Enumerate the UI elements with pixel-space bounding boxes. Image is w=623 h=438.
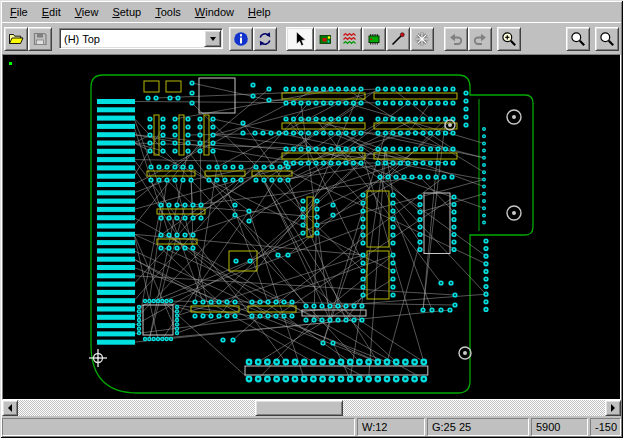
app-window: File Edit View Setup Tools Window Help (…	[0, 0, 623, 438]
menu-tools[interactable]: Tools	[148, 3, 188, 21]
nets-tool-button[interactable]	[338, 27, 362, 51]
status-message-field	[2, 418, 355, 436]
menu-edit[interactable]: Edit	[35, 3, 68, 21]
toolbar: (H) Top	[2, 22, 621, 54]
probe-icon	[390, 31, 406, 47]
info-icon	[233, 31, 249, 47]
scroll-right-button[interactable]	[605, 400, 621, 416]
chevron-down-icon	[210, 37, 216, 41]
redo-icon	[472, 31, 488, 47]
status-grid-field: G:25 25	[427, 418, 529, 436]
layer-combobox-value: (H) Top	[60, 33, 204, 45]
refresh-icon	[257, 31, 273, 47]
probe-tool-button[interactable]	[386, 27, 410, 51]
info-button[interactable]	[229, 27, 253, 51]
menu-help[interactable]: Help	[241, 3, 278, 21]
optimize-tool-button[interactable]	[410, 27, 434, 51]
pointer-icon	[292, 31, 308, 47]
zoom-in-icon	[501, 31, 517, 47]
menu-view[interactable]: View	[68, 3, 106, 21]
nets-icon	[342, 31, 358, 47]
triangle-right-icon	[611, 404, 615, 412]
menu-window[interactable]: Window	[188, 3, 241, 21]
undo-button[interactable]	[444, 27, 468, 51]
status-bar: W:12 G:25 25 5900 -150	[2, 416, 621, 436]
zoom-button[interactable]	[566, 27, 590, 51]
open-button[interactable]	[4, 27, 28, 51]
floppy-icon	[32, 31, 48, 47]
parts-icon	[318, 31, 334, 47]
triangle-left-icon	[8, 404, 12, 412]
menu-setup[interactable]: Setup	[105, 3, 148, 21]
undo-icon	[448, 31, 464, 47]
select-tool-button[interactable]	[286, 27, 314, 51]
scroll-left-button[interactable]	[2, 400, 18, 416]
save-button[interactable]	[28, 27, 52, 51]
pcb-svg	[3, 55, 620, 399]
horizontal-scrollbar	[2, 400, 621, 416]
redo-button[interactable]	[468, 27, 492, 51]
magnifier-icon	[570, 31, 586, 47]
status-x-coordinate-field: 5900	[531, 418, 588, 436]
pcb-canvas[interactable]	[2, 54, 621, 400]
scrollbar-thumb[interactable]	[255, 400, 343, 416]
zoom-in-button[interactable]	[497, 27, 521, 51]
status-y-coordinate-field: -150	[590, 418, 621, 436]
ic-tool-button[interactable]	[362, 27, 386, 51]
menu-file[interactable]: File	[3, 3, 35, 21]
magnifier-icon	[599, 31, 615, 47]
clipped-button[interactable]	[595, 27, 619, 51]
refresh-button[interactable]	[253, 27, 277, 51]
status-width-field: W:12	[357, 418, 425, 436]
starburst-icon	[414, 31, 430, 47]
layer-combobox[interactable]: (H) Top	[59, 28, 223, 49]
ic-icon	[366, 31, 382, 47]
parts-tool-button[interactable]	[314, 27, 338, 51]
menu-bar: File Edit View Setup Tools Window Help	[2, 2, 621, 22]
scrollbar-track[interactable]	[18, 400, 605, 416]
open-folder-icon	[8, 31, 24, 47]
layer-combobox-dropdown-button[interactable]	[204, 30, 221, 47]
